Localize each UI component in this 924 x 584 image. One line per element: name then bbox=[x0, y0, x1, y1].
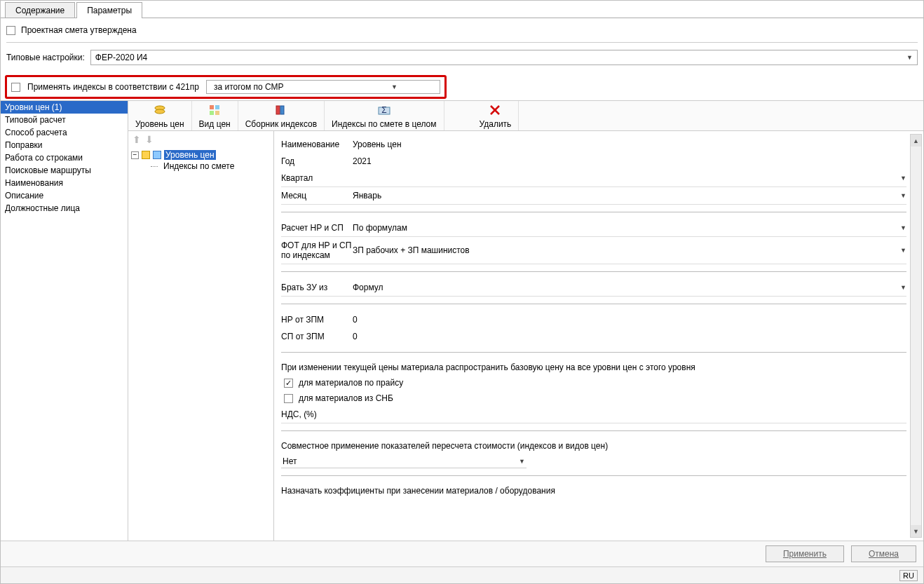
month-value: Январь bbox=[353, 191, 381, 201]
chevron-down-icon: ▼ bbox=[900, 247, 906, 254]
svg-rect-6 bbox=[276, 106, 280, 114]
cancel-button[interactable]: Отмена bbox=[851, 545, 916, 562]
zu-select[interactable]: Формул ▼ bbox=[353, 283, 906, 292]
chevron-down-icon: ▼ bbox=[900, 192, 906, 199]
tree-child-indexes[interactable]: Индексы по смете bbox=[151, 161, 271, 172]
scroll-down-icon[interactable]: ▼ bbox=[911, 525, 921, 537]
sigma-icon: Σ bbox=[376, 102, 392, 118]
approved-checkbox[interactable] bbox=[6, 26, 15, 35]
svg-text:Σ: Σ bbox=[381, 105, 386, 115]
move-down-icon[interactable]: ⬇ bbox=[145, 134, 154, 145]
form-pane: Наименование Уровень цен Год 2021 Кварта… bbox=[274, 131, 923, 541]
apply-index-checkbox[interactable] bbox=[11, 83, 20, 92]
delete-icon bbox=[487, 102, 503, 118]
chevron-down-icon: ▼ bbox=[391, 83, 398, 90]
tree-root[interactable]: − Уровень цен bbox=[131, 149, 271, 161]
apply-index-select-value: за итогом по СМР bbox=[214, 82, 284, 92]
name-label: Наименование bbox=[281, 140, 353, 149]
year-label: Год bbox=[281, 156, 353, 166]
name-value[interactable]: Уровень цен bbox=[353, 140, 906, 149]
apply-index-select[interactable]: за итогом по СМР ▼ bbox=[206, 80, 440, 94]
tree-root-label: Уровень цен bbox=[164, 150, 216, 160]
materials-snb-checkbox[interactable] bbox=[284, 394, 293, 403]
nr-zpm-label: НР от ЗПМ bbox=[281, 315, 353, 325]
quarter-select[interactable]: ▼ bbox=[353, 175, 906, 182]
toolbar-price-level-label: Уровень цен bbox=[135, 119, 184, 129]
toolbar-price-view-label: Вид цен bbox=[199, 119, 231, 129]
apply-index-highlight: Применять индексы в соответствии с 421пр… bbox=[5, 75, 447, 99]
scroll-up-icon[interactable]: ▲ bbox=[911, 135, 921, 147]
sidebar-item-rows[interactable]: Работа со строками bbox=[1, 151, 128, 164]
svg-point-1 bbox=[155, 109, 165, 114]
toolbar-price-view[interactable]: Вид цен bbox=[192, 101, 238, 130]
dialog-footer: Применить Отмена bbox=[1, 541, 923, 566]
month-label: Месяц bbox=[281, 191, 353, 201]
chevron-down-icon: ▼ bbox=[900, 175, 906, 182]
level-icon bbox=[153, 151, 161, 159]
sidebar-item-search-routes[interactable]: Поисковые маршруты bbox=[1, 164, 128, 177]
toolbar-index-collection-label: Сборник индексов bbox=[245, 119, 317, 129]
sp-zpm-value[interactable]: 0 bbox=[353, 332, 906, 341]
zu-label: Брать ЗУ из bbox=[281, 283, 353, 292]
toolbar-delete-label: Удалить bbox=[480, 119, 512, 129]
sidebar-item-officials[interactable]: Должностные лица bbox=[1, 202, 128, 215]
quarter-label: Квартал bbox=[281, 173, 353, 183]
toolbar: Уровень цен Вид цен Сборник индексов bbox=[128, 101, 923, 131]
sidebar-item-calc-method[interactable]: Способ расчета bbox=[1, 126, 128, 139]
typical-settings-label: Типовые настройки: bbox=[6, 53, 85, 62]
apply-button[interactable]: Применить bbox=[766, 545, 844, 562]
move-up-icon[interactable]: ⬆ bbox=[133, 134, 141, 145]
year-value[interactable]: 2021 bbox=[353, 156, 906, 166]
svg-rect-4 bbox=[210, 111, 214, 115]
joint-use-value: Нет bbox=[283, 456, 297, 466]
tab-parameters[interactable]: Параметры bbox=[76, 2, 142, 18]
sidebar-item-description[interactable]: Описание bbox=[1, 189, 128, 202]
apply-index-label: Применять индексы в соответствии с 421пр bbox=[27, 82, 199, 92]
zu-value: Формул bbox=[353, 283, 383, 292]
language-indicator[interactable]: RU bbox=[899, 570, 918, 581]
materials-price-label: для материалов по прайсу bbox=[299, 378, 403, 388]
chevron-down-icon: ▼ bbox=[900, 224, 906, 231]
materials-price-checkbox[interactable] bbox=[284, 379, 293, 388]
materials-snb-label: для материалов из СНБ bbox=[299, 393, 393, 403]
joint-use-select[interactable]: Нет ▼ bbox=[281, 455, 526, 468]
svg-rect-2 bbox=[210, 105, 214, 109]
calc-select[interactable]: По формулам ▼ bbox=[353, 223, 906, 233]
top-tabs: Содержание Параметры bbox=[1, 2, 923, 18]
fot-select[interactable]: ЗП рабочих + ЗП машинистов ▼ bbox=[353, 245, 906, 255]
sidebar-item-price-levels[interactable]: Уровни цен (1) bbox=[1, 101, 128, 114]
fot-value: ЗП рабочих + ЗП машинистов bbox=[353, 245, 470, 255]
typical-settings-value: ФЕР-2020 И4 bbox=[95, 53, 147, 62]
tree-collapse-icon[interactable]: − bbox=[131, 151, 139, 159]
calc-label: Расчет НР и СП bbox=[281, 223, 353, 233]
toolbar-delete[interactable]: Удалить bbox=[473, 101, 519, 130]
fot-label: ФОТ для НР и СП по индексам bbox=[281, 240, 353, 260]
sidebar-item-names[interactable]: Наименования bbox=[1, 177, 128, 189]
tree-pane: ⬆ ⬇ − Уровень цен Индексы по смете bbox=[128, 131, 274, 541]
settings-sidebar: Уровни цен (1) Типовой расчет Способ рас… bbox=[1, 101, 128, 541]
books-icon bbox=[273, 102, 289, 118]
status-bar: RU bbox=[1, 566, 923, 583]
toolbar-estimate-indexes-label: Индексы по смете в целом bbox=[332, 119, 436, 129]
nr-zpm-value[interactable]: 0 bbox=[353, 315, 906, 325]
chevron-down-icon: ▼ bbox=[519, 458, 525, 465]
toolbar-price-level[interactable]: Уровень цен bbox=[128, 101, 192, 130]
joint-use-label: Совместное применение показателей пересч… bbox=[281, 438, 906, 454]
coins-icon bbox=[152, 102, 168, 118]
scrollbar[interactable]: ▲ ▼ bbox=[910, 134, 922, 538]
tree-child-label: Индексы по смете bbox=[163, 161, 234, 171]
assign-coeff-label: Назначать коэффициенты при занесении мат… bbox=[281, 483, 906, 498]
chevron-down-icon: ▼ bbox=[900, 284, 906, 291]
palette-icon bbox=[207, 102, 222, 118]
sidebar-item-corrections[interactable]: Поправки bbox=[1, 139, 128, 151]
tab-content[interactable]: Содержание bbox=[5, 2, 75, 18]
toolbar-estimate-indexes[interactable]: Σ Индексы по смете в целом bbox=[325, 101, 444, 130]
month-select[interactable]: Январь ▼ bbox=[353, 191, 906, 201]
svg-rect-7 bbox=[280, 106, 284, 114]
sidebar-item-typical-calc[interactable]: Типовой расчет bbox=[1, 114, 128, 126]
toolbar-index-collection[interactable]: Сборник индексов bbox=[238, 101, 325, 130]
svg-rect-5 bbox=[215, 111, 219, 115]
svg-rect-3 bbox=[215, 105, 219, 109]
typical-settings-select[interactable]: ФЕР-2020 И4 ▼ bbox=[90, 50, 918, 65]
nds-label: НДС, (%) bbox=[281, 409, 330, 419]
